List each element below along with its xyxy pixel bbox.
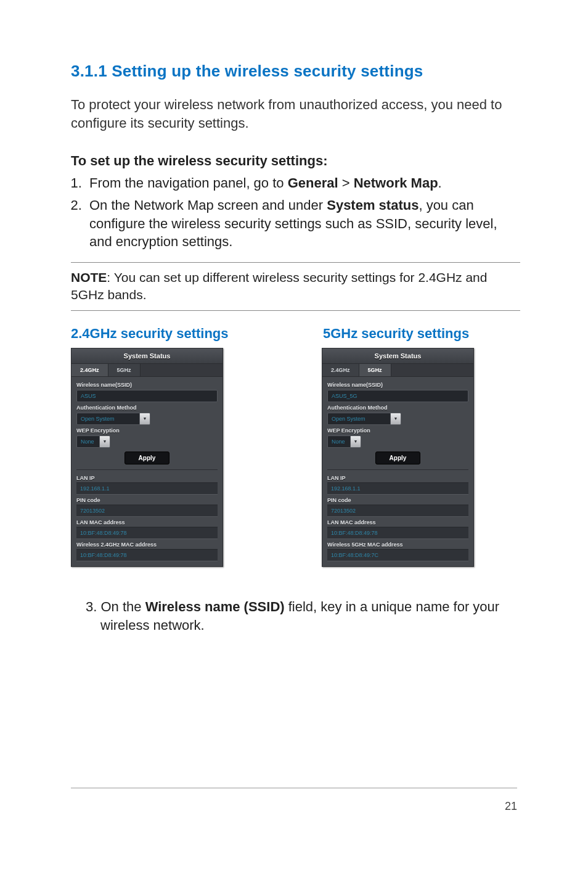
wep-select[interactable]: None ▼	[327, 435, 361, 448]
auth-label: Authentication Method	[76, 405, 218, 411]
tab-24ghz[interactable]: 2.4GHz	[322, 364, 359, 376]
lanip-label: LAN IP	[76, 475, 218, 481]
auth-select[interactable]: Open System ▼	[76, 413, 150, 425]
lanmac-value: 10:BF:48:D8:49:78	[76, 527, 218, 539]
col-title-5ghz: 5GHz security settings	[323, 326, 520, 342]
lanmac-label: LAN MAC address	[76, 519, 218, 526]
wep-label: WEP Encryption	[76, 427, 218, 434]
procedure-heading: To set up the wireless security settings…	[71, 153, 520, 169]
wep-select-value: None	[76, 435, 99, 448]
panel-header: System Status	[322, 349, 473, 364]
step-3: 3. On the Wireless name (SSID) field, ke…	[86, 598, 520, 634]
ssid-label: Wireless name(SSID)	[327, 382, 468, 388]
chevron-down-icon[interactable]: ▼	[350, 435, 361, 448]
wmac-label: Wireless 2.4GHz MAC address	[76, 542, 218, 548]
apply-button[interactable]: Apply	[125, 452, 170, 464]
chevron-down-icon[interactable]: ▼	[390, 413, 401, 425]
chevron-down-icon[interactable]: ▼	[99, 435, 110, 448]
nav-general: General	[288, 175, 338, 191]
wmac-label: Wireless 5GHz MAC address	[327, 542, 468, 548]
lanmac-label: LAN MAC address	[327, 519, 468, 526]
col-title-24ghz: 2.4GHz security settings	[71, 326, 323, 342]
tab-24ghz[interactable]: 2.4GHz	[71, 364, 108, 376]
panel-header: System Status	[71, 349, 223, 364]
system-status-ref: System status	[327, 197, 419, 213]
system-status-panel-24ghz: System Status 2.4GHz 5GHz Wireless name(…	[71, 348, 223, 567]
ssid-field-ref: Wireless name (SSID)	[145, 599, 285, 614]
note-text: NOTE: You can set up different wireless …	[71, 269, 520, 304]
divider	[71, 262, 520, 263]
step-2: On the Network Map screen and under Syst…	[86, 196, 520, 251]
wep-select-value: None	[327, 435, 350, 448]
chevron-down-icon[interactable]: ▼	[139, 413, 150, 425]
page-number: 21	[505, 800, 517, 813]
lanip-label: LAN IP	[327, 475, 468, 481]
pin-value: 72013502	[76, 505, 218, 517]
wep-label: WEP Encryption	[327, 427, 468, 434]
tab-5ghz[interactable]: 5GHz	[359, 364, 391, 376]
wmac-value: 10:BF:48:D8:49:78	[76, 549, 218, 561]
divider	[71, 310, 520, 311]
section-heading: 3.1.1 Setting up the wireless security s…	[71, 62, 520, 81]
system-status-panel-5ghz: System Status 2.4GHz 5GHz Wireless name(…	[322, 348, 474, 567]
lanip-value: 192.168.1.1	[76, 482, 218, 495]
wmac-value: 10:BF:48:D8:49:7C	[327, 549, 468, 561]
pin-value: 72013502	[327, 505, 468, 517]
apply-button[interactable]: Apply	[375, 452, 421, 464]
pin-label: PIN code	[76, 497, 218, 503]
step-1: From the navigation panel, go to General…	[86, 174, 520, 192]
auth-select-value: Open System	[327, 413, 390, 425]
auth-select-value: Open System	[76, 413, 139, 425]
ssid-label: Wireless name(SSID)	[76, 382, 218, 388]
nav-network-map: Network Map	[354, 175, 438, 191]
intro-text: To protect your wireless network from un…	[71, 96, 520, 132]
tab-5ghz[interactable]: 5GHz	[108, 364, 141, 376]
footer-divider	[71, 788, 517, 788]
ssid-input[interactable]: ASUS	[76, 390, 218, 402]
ssid-input[interactable]: ASUS_5G	[327, 390, 468, 402]
wep-select[interactable]: None ▼	[76, 435, 110, 448]
lanmac-value: 10:BF:48:D8:49:78	[327, 527, 468, 539]
lanip-value: 192.168.1.1	[327, 482, 468, 495]
pin-label: PIN code	[327, 497, 468, 503]
auth-label: Authentication Method	[327, 405, 468, 411]
auth-select[interactable]: Open System ▼	[327, 413, 401, 425]
